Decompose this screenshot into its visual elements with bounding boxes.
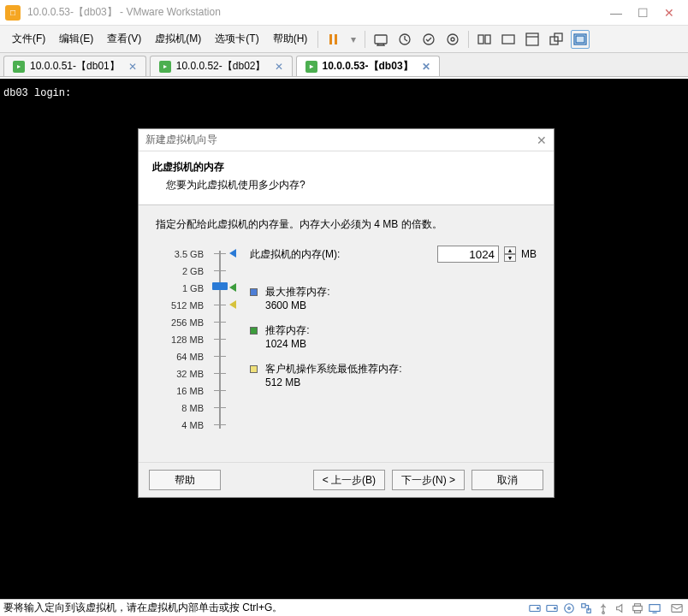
power-dropdown-icon[interactable]: ▾ (348, 30, 359, 49)
menu-help[interactable]: 帮助(H) (266, 28, 315, 50)
tab-close-icon[interactable]: ✕ (128, 61, 137, 73)
dialog-titlebar: 新建虚拟机向导 ✕ (139, 129, 554, 151)
dialog-close-icon[interactable]: ✕ (537, 133, 547, 147)
help-button[interactable]: 帮助 (149, 470, 221, 490)
cd-icon[interactable] (561, 601, 577, 615)
slider-rail (219, 251, 221, 429)
send-ctrl-alt-del-icon[interactable] (371, 30, 390, 49)
fullscreen-icon[interactable] (523, 30, 542, 49)
spinner: ▲ ▼ (504, 246, 516, 262)
vm-icon: ▸ (159, 61, 171, 73)
min-recommend-value: 512 MB (250, 376, 537, 388)
console-view-icon[interactable] (571, 30, 590, 49)
menubar: 文件(F) 编辑(E) 查看(V) 虚拟机(M) 选项卡(T) 帮助(H) ▾ (0, 26, 688, 53)
window-title: 10.0.0.53-【db03】 - VMware Workstation (27, 5, 610, 20)
svg-rect-10 (526, 33, 538, 45)
scale-label: 3.5 GB (156, 246, 207, 263)
network-icon[interactable] (578, 601, 594, 615)
tab-close-icon[interactable]: ✕ (275, 61, 283, 73)
memory-input-group: ▲ ▼ MB (437, 246, 537, 263)
menu-vm[interactable]: 虚拟机(M) (148, 28, 208, 50)
scale-label: 1 GB (156, 280, 207, 297)
scale-label: 32 MB (156, 365, 207, 382)
tabbar: ▸ 10.0.0.51-【db01】 ✕ ▸ 10.0.0.52-【db02】 … (0, 53, 688, 77)
menu-view[interactable]: 查看(V) (100, 28, 148, 50)
dialog-title: 新建虚拟机向导 (145, 133, 217, 147)
vmware-icon: □ (5, 5, 21, 21)
minimize-button[interactable]: — (610, 6, 622, 20)
slider-tick (214, 270, 226, 271)
tab-db02[interactable]: ▸ 10.0.0.52-【db02】 ✕ (150, 56, 293, 76)
spinner-down-icon[interactable]: ▼ (504, 254, 516, 262)
memory-instruction: 指定分配给此虚拟机的内存量。内存大小必须为 4 MB 的倍数。 (156, 217, 537, 232)
slider-tick (214, 305, 226, 305)
slider-tick (214, 356, 226, 357)
menu-file[interactable]: 文件(F) (5, 28, 52, 50)
svg-rect-14 (576, 36, 584, 43)
slider-thumb-icon[interactable] (212, 282, 228, 290)
slider-tick (214, 339, 226, 340)
svg-rect-7 (478, 35, 483, 44)
divider (365, 31, 365, 48)
menu-tabs[interactable]: 选项卡(T) (208, 28, 265, 50)
svg-rect-24 (633, 606, 643, 610)
maximize-button[interactable]: ☐ (638, 6, 649, 20)
window-close-button[interactable]: ✕ (664, 6, 674, 20)
recommend-label: 推荐内存: (265, 324, 309, 336)
separator (664, 601, 667, 615)
menu-edit[interactable]: 编辑(E) (52, 28, 100, 50)
recommend-value: 1024 MB (250, 338, 537, 350)
next-button[interactable]: 下一步(N) > (392, 470, 465, 490)
svg-point-5 (448, 34, 458, 44)
slider-tick (214, 390, 226, 391)
snapshot-manage-icon[interactable] (443, 30, 462, 49)
slider-tick (214, 253, 226, 254)
scale-label: 4 MB (156, 417, 207, 434)
scale-label: 512 MB (156, 297, 207, 314)
back-button[interactable]: < 上一步(B) (313, 470, 385, 490)
memory-scale: 3.5 GB 2 GB 1 GB 512 MB 256 MB 128 MB 64… (156, 246, 207, 434)
unity-icon[interactable] (547, 30, 566, 49)
divider (468, 31, 469, 48)
slider-tick (214, 407, 226, 408)
message-icon[interactable] (669, 601, 685, 615)
cancel-button[interactable]: 取消 (472, 470, 543, 490)
thumbnail-icon[interactable] (475, 30, 494, 49)
tab-close-icon[interactable]: ✕ (422, 61, 430, 73)
memory-slider[interactable] (207, 246, 236, 434)
recommended-marker-icon (229, 283, 236, 292)
min-marker-icon (229, 300, 236, 309)
stretch-icon[interactable] (499, 30, 518, 49)
svg-point-20 (568, 607, 571, 609)
tab-db01[interactable]: ▸ 10.0.0.51-【db01】 ✕ (3, 56, 146, 76)
tab-db03[interactable]: ▸ 10.0.0.53-【db03】 ✕ (296, 56, 440, 76)
display-icon[interactable] (647, 601, 662, 615)
dialog-footer: 帮助 < 上一步(B) 下一步(N) > 取消 (139, 462, 554, 497)
sound-icon[interactable] (613, 601, 628, 615)
new-vm-wizard-dialog: 新建虚拟机向导 ✕ 此虚拟机的内存 您要为此虚拟机使用多少内存? 指定分配给此虚… (138, 128, 555, 498)
svg-rect-9 (502, 35, 514, 44)
svg-rect-26 (635, 610, 641, 613)
hdd-icon[interactable] (527, 601, 543, 615)
divider (317, 31, 318, 48)
hdd2-icon[interactable] (544, 601, 560, 615)
tab-label: 10.0.0.52-【db02】 (176, 59, 266, 74)
pause-icon[interactable] (324, 30, 343, 49)
max-recommend-value: 3600 MB (250, 299, 537, 311)
snapshot-revert-icon[interactable] (419, 30, 438, 49)
dialog-subheading: 您要为此虚拟机使用多少内存? (152, 178, 540, 192)
window-controls: — ☐ ✕ (610, 6, 683, 20)
tab-label: 10.0.0.53-【db03】 (323, 59, 413, 74)
printer-icon[interactable] (630, 601, 645, 615)
usb-icon[interactable] (596, 601, 611, 615)
status-icons (527, 601, 685, 615)
scale-label: 2 GB (156, 263, 207, 280)
svg-point-6 (451, 38, 454, 41)
titlebar: □ 10.0.0.53-【db03】 - VMware Workstation … (0, 0, 688, 26)
snapshot-icon[interactable] (395, 30, 414, 49)
scale-label: 8 MB (156, 400, 207, 417)
vm-icon: ▸ (305, 61, 317, 73)
svg-point-16 (537, 607, 539, 609)
memory-value-input[interactable] (437, 246, 499, 263)
spinner-up-icon[interactable]: ▲ (504, 246, 516, 254)
